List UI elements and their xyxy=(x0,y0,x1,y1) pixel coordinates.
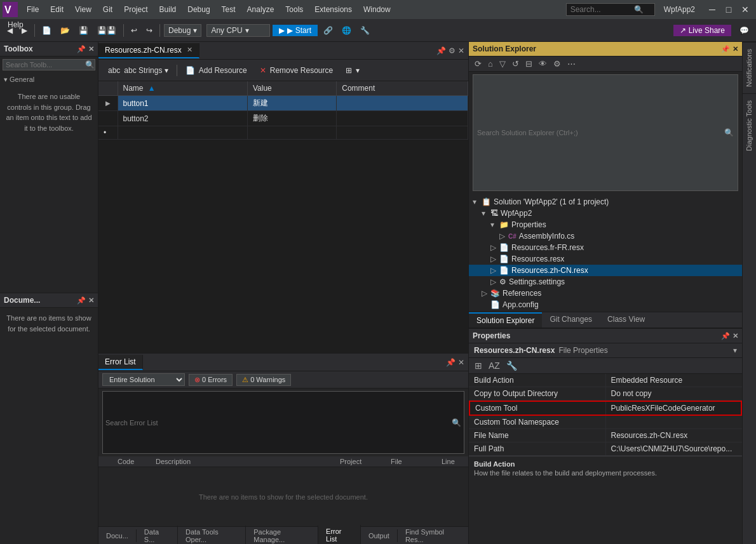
se-settings-btn[interactable]: ⚙ xyxy=(551,58,563,69)
menu-analyze[interactable]: Analyze xyxy=(242,4,280,15)
undo-button[interactable]: ↩ xyxy=(128,24,140,37)
prop-pin-icon[interactable]: 📌 xyxy=(721,332,730,340)
tree-item-resources-fr[interactable]: ▷ 📄 Resources.fr-FR.resx xyxy=(469,242,742,253)
se-search[interactable]: 🔍 xyxy=(473,74,738,191)
platform-dropdown[interactable]: Any CPU ▾ xyxy=(206,24,270,37)
build-config-dropdown[interactable]: Debug ▾ xyxy=(164,24,201,37)
se-close-icon[interactable]: ✕ xyxy=(732,45,738,53)
cell-name[interactable]: button1 xyxy=(118,96,247,111)
minimize-button[interactable]: ─ xyxy=(704,3,720,16)
tree-arrow-resources-fr[interactable]: ▷ xyxy=(490,243,499,252)
global-search[interactable]: 🔍 xyxy=(566,3,655,16)
tree-arrow-wpfapp2[interactable]: ▾ xyxy=(482,209,490,218)
error-scope-dropdown[interactable]: Entire Solution xyxy=(102,373,185,386)
resource-tab[interactable]: Resources.zh-CN.resx ✕ xyxy=(98,43,199,58)
cell-comment[interactable] xyxy=(337,96,468,111)
tab-error-list[interactable]: Error List xyxy=(318,525,361,545)
tab-find-symbol[interactable]: Find Symbol Res... xyxy=(398,526,469,545)
cell-value-empty[interactable] xyxy=(247,126,336,140)
attach-button[interactable]: 🔗 xyxy=(320,24,336,37)
prop-value-custom-ns[interactable] xyxy=(606,416,743,428)
se-collapse-btn[interactable]: ⊟ xyxy=(523,58,534,69)
tree-arrow-resources-zh[interactable]: ▷ xyxy=(490,266,499,275)
table-row-empty[interactable]: • xyxy=(98,126,468,140)
strings-dropdown[interactable]: abc abc Strings ▾ xyxy=(104,64,173,77)
maximize-button[interactable]: □ xyxy=(720,3,737,16)
se-tab-git[interactable]: Git Changes xyxy=(542,312,600,328)
cell-comment[interactable] xyxy=(337,111,468,126)
menu-build[interactable]: Build xyxy=(154,4,182,15)
tree-arrow-properties[interactable]: ▾ xyxy=(490,220,499,229)
tree-item-settings[interactable]: ▷ ⚙ Settings.settings xyxy=(469,276,742,288)
tab-output[interactable]: Output xyxy=(361,529,398,542)
open-button[interactable]: 📂 xyxy=(57,24,73,37)
se-tab-classview[interactable]: Class View xyxy=(600,312,652,328)
add-resource-button[interactable]: 📄 Add Resource xyxy=(181,64,252,77)
redo-button[interactable]: ↪ xyxy=(143,24,156,37)
se-home-btn[interactable]: ⌂ xyxy=(486,58,495,69)
prop-value-custom-tool[interactable]: PublicResXFileCodeGenerator xyxy=(606,402,741,415)
table-row[interactable]: button2 删除 xyxy=(98,111,468,126)
new-project-button[interactable]: 📄 xyxy=(39,24,55,37)
menu-tools[interactable]: Tools xyxy=(280,4,308,15)
menu-file[interactable]: File xyxy=(22,4,44,15)
save-button[interactable]: 💾 xyxy=(76,24,91,37)
resource-settings-icon[interactable]: ⚙ xyxy=(449,46,456,55)
toolbox-close-icon[interactable]: ✕ xyxy=(88,45,94,53)
prop-settings-btn[interactable]: 🔧 xyxy=(504,360,519,371)
tree-item-references[interactable]: ▷ 📚 References xyxy=(469,288,742,299)
prop-alphabetical-btn[interactable]: AZ xyxy=(487,360,502,371)
warnings-badge[interactable]: ⚠ 0 Warnings xyxy=(236,374,291,386)
save-all-button[interactable]: 💾💾 xyxy=(94,24,119,37)
resource-tab-close[interactable]: ✕ xyxy=(187,46,192,54)
tree-arrow-references[interactable]: ▷ xyxy=(482,289,490,298)
resource-view-dropdown[interactable]: ⊞ ▾ xyxy=(341,64,364,77)
remove-resource-button[interactable]: ✕ Remove Resource xyxy=(255,64,337,77)
table-row[interactable]: ▶ button1 新建 xyxy=(98,96,468,111)
tree-item-appconfig[interactable]: ▷ 📄 App.config xyxy=(469,299,742,310)
tree-arrow-solution[interactable]: ▾ xyxy=(473,197,482,206)
side-tab-diagnostics[interactable]: Diagnostic Tools xyxy=(743,93,756,157)
doc-panel-pin-icon[interactable]: 📌 xyxy=(77,296,86,305)
se-tab-solution[interactable]: Solution Explorer xyxy=(469,312,542,328)
search-input[interactable] xyxy=(570,5,634,14)
se-more-btn[interactable]: ⋯ xyxy=(565,58,577,69)
menu-extensions[interactable]: Extensions xyxy=(309,4,357,15)
se-preview-btn[interactable]: 👁 xyxy=(537,58,549,69)
start-button[interactable]: ▶ ▶ Start xyxy=(273,25,318,36)
prop-dropdown-icon[interactable]: ▾ xyxy=(733,346,737,355)
side-tab-notifications[interactable]: Notifications xyxy=(743,42,756,93)
prop-value-build-action[interactable]: Embedded Resource xyxy=(606,374,743,387)
toolbox-pin-icon[interactable]: 📌 xyxy=(77,45,86,53)
se-filter-btn[interactable]: ▽ xyxy=(497,58,508,69)
live-share-button[interactable]: ↗ Live Share xyxy=(673,25,731,36)
close-button[interactable]: ✕ xyxy=(737,3,753,16)
tab-docu[interactable]: Docu... xyxy=(98,529,137,542)
cell-name[interactable]: button2 xyxy=(118,111,247,126)
tree-item-assemblyinfo[interactable]: ▷ C# AssemblyInfo.cs xyxy=(469,230,742,242)
menu-project[interactable]: Project xyxy=(119,4,152,15)
menu-edit[interactable]: Edit xyxy=(45,4,69,15)
error-list-tab[interactable]: Error List xyxy=(98,355,143,370)
error-list-pin-icon[interactable]: 📌 xyxy=(446,358,456,367)
prop-value-filename[interactable]: Resources.zh-CN.resx xyxy=(606,429,743,442)
tree-arrow-resources[interactable]: ▷ xyxy=(490,255,499,263)
toolbox-search[interactable]: 🔍 xyxy=(3,59,95,70)
prop-value-fullpath[interactable]: C:\Users\CNMIZHU7\Source\repo... xyxy=(606,442,743,455)
tree-item-properties[interactable]: ▾ 📁 Properties xyxy=(469,219,742,230)
menu-help[interactable]: Help xyxy=(3,19,29,30)
cell-value[interactable]: 新建 xyxy=(247,96,336,111)
toolbox-search-input[interactable] xyxy=(3,60,85,70)
tree-item-resources-zh[interactable]: ▷ 📄 Resources.zh-CN.resx xyxy=(469,265,742,276)
tree-item-resources[interactable]: ▷ 📄 Resources.resx xyxy=(469,253,742,265)
browser-button[interactable]: 🌐 xyxy=(339,24,354,37)
error-search[interactable]: 🔍 xyxy=(102,391,464,454)
doc-panel-close-icon[interactable]: ✕ xyxy=(88,296,94,305)
tab-package[interactable]: Package Manage... xyxy=(246,526,318,545)
se-search-input[interactable] xyxy=(477,129,724,136)
menu-test[interactable]: Test xyxy=(217,4,241,15)
tab-data-s[interactable]: Data S... xyxy=(137,526,178,545)
cell-value[interactable]: 删除 xyxy=(247,111,336,126)
tree-item-wpfapp2[interactable]: ▾ 🏗 WpfApp2 xyxy=(469,208,742,219)
prop-categorized-btn[interactable]: ⊞ xyxy=(473,360,484,371)
